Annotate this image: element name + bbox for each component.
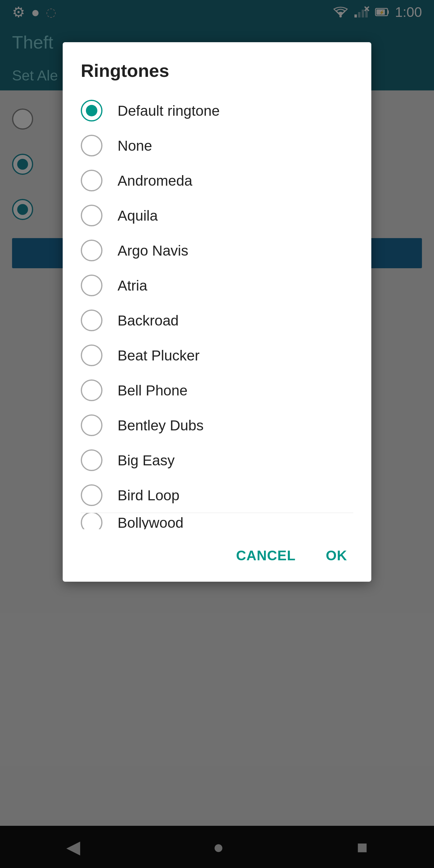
radio-btn-atria (81, 275, 102, 296)
ringtone-label-argo-navis: Argo Navis (118, 242, 188, 259)
ringtone-item-backroad[interactable]: Backroad (81, 303, 353, 338)
ringtone-list: Default ringtone None Andromeda Aquila A… (81, 93, 353, 529)
ringtone-item-aquila[interactable]: Aquila (81, 198, 353, 233)
ringtones-dialog: Ringtones Default ringtone None Andromed… (63, 42, 371, 582)
ringtone-label-default: Default ringtone (118, 102, 220, 119)
cancel-button[interactable]: CANCEL (230, 544, 302, 567)
radio-btn-default (81, 100, 102, 121)
ringtone-item-bollywood-partial[interactable]: Bollywood (81, 513, 353, 529)
radio-btn-aquila (81, 205, 102, 226)
radio-btn-andromeda (81, 170, 102, 191)
radio-btn-bell-phone (81, 379, 102, 401)
ringtone-item-argo-navis[interactable]: Argo Navis (81, 233, 353, 268)
ringtone-label-beat-plucker: Beat Plucker (118, 347, 199, 364)
radio-btn-beat-plucker (81, 344, 102, 366)
ringtone-item-none[interactable]: None (81, 128, 353, 163)
dialog-actions: CANCEL OK (81, 532, 353, 567)
ringtone-item-andromeda[interactable]: Andromeda (81, 163, 353, 198)
ringtone-label-bird-loop: Bird Loop (118, 487, 179, 504)
radio-btn-none (81, 135, 102, 156)
ringtone-item-big-easy[interactable]: Big Easy (81, 443, 353, 478)
ok-button[interactable]: OK (320, 544, 353, 567)
ringtone-label-bell-phone: Bell Phone (118, 382, 187, 399)
ringtone-item-bird-loop[interactable]: Bird Loop (81, 478, 353, 513)
ringtone-item-bell-phone[interactable]: Bell Phone (81, 373, 353, 408)
radio-btn-argo-navis (81, 240, 102, 261)
radio-btn-bollywood (81, 513, 102, 529)
ringtone-label-bentley-dubs: Bentley Dubs (118, 417, 204, 434)
ringtone-item-beat-plucker[interactable]: Beat Plucker (81, 338, 353, 373)
radio-btn-backroad (81, 310, 102, 331)
dialog-title: Ringtones (81, 60, 353, 81)
radio-btn-bird-loop (81, 484, 102, 506)
radio-btn-bentley-dubs (81, 414, 102, 436)
ringtone-item-bentley-dubs[interactable]: Bentley Dubs (81, 408, 353, 443)
ringtone-label-backroad: Backroad (118, 312, 179, 329)
ringtone-label-atria: Atria (118, 277, 147, 294)
ringtone-label-bollywood: Bollywood (118, 515, 184, 530)
ringtone-label-aquila: Aquila (118, 207, 158, 224)
ringtone-label-none: None (118, 137, 152, 154)
ringtone-label-big-easy: Big Easy (118, 452, 175, 469)
ringtone-item-default[interactable]: Default ringtone (81, 93, 353, 128)
ringtone-item-atria[interactable]: Atria (81, 268, 353, 303)
ringtone-label-andromeda: Andromeda (118, 173, 192, 189)
radio-btn-big-easy (81, 450, 102, 471)
